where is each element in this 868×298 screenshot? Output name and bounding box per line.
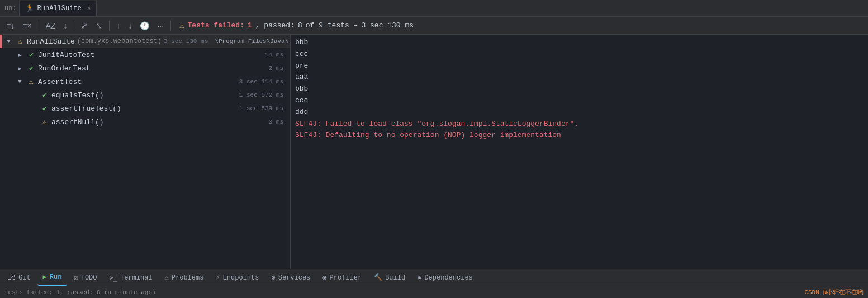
assertnull-label: assertNull() xyxy=(51,118,267,126)
run-all-suite-tab[interactable]: 🏃 RunAllSuite × xyxy=(19,1,97,16)
assertnull-icon-wrapper: ⚠ xyxy=(40,117,49,126)
runorder-label: RunOrderTest xyxy=(38,64,267,73)
tab-services[interactable]: ⚙ Services xyxy=(265,270,316,286)
junit-chevron: ▶ xyxy=(18,51,25,59)
output-error-line-2: SLF4J: Defaulting to no-operation (NOP) … xyxy=(295,130,864,141)
status-bar: tests failed: 1, passed: 8 (a minute ago… xyxy=(0,286,868,298)
output-line-3: pre xyxy=(295,60,864,72)
dependencies-icon: ⊞ xyxy=(418,273,421,282)
todo-label: TODO xyxy=(81,274,97,282)
tree-item-equalstest[interactable]: ▶ ✔ equalsTest() 1 sec 572 ms xyxy=(0,88,290,102)
tab-build[interactable]: 🔨 Build xyxy=(368,270,411,286)
endpoints-icon: ⚡ xyxy=(216,273,220,282)
problems-icon: ⚠ xyxy=(165,273,169,282)
tree-item-asserttruetest[interactable]: ▶ ✔ assertTrueTest() 1 sec 539 ms xyxy=(0,102,290,115)
assertnull-status-icon: ⚠ xyxy=(42,117,47,126)
expand-btn[interactable]: ⤢ xyxy=(78,20,91,32)
collapse-all-btn[interactable]: ≡× xyxy=(20,20,34,32)
output-panel[interactable]: bbb ccc pre aaa bbb ccc ddd SLF4J: Faile… xyxy=(291,35,868,269)
git-icon: ⎇ xyxy=(8,273,16,282)
more-btn[interactable]: ··· xyxy=(154,20,167,32)
tree-root-wrapper: ▼ ⚠ RunAllSuite (com.yxs.webantotest) 3 … xyxy=(0,35,290,48)
assert-time: 3 sec 114 ms xyxy=(239,78,288,85)
down-btn[interactable]: ↓ xyxy=(125,20,135,32)
equals-label: equalsTest() xyxy=(51,91,237,100)
output-line-1: bbb xyxy=(295,37,864,49)
assert-label: AssertTest xyxy=(38,78,237,86)
problems-label: Problems xyxy=(172,274,204,282)
sort-duration-btn[interactable]: ↕ xyxy=(60,20,70,32)
tree-item-assertnull[interactable]: ▶ ⚠ assertNull() 3 ms xyxy=(0,115,290,129)
status-passed-count: 8 xyxy=(298,21,302,30)
run-label-tab: Run xyxy=(50,273,62,281)
asserttrue-label: assertTrueTest() xyxy=(51,105,237,113)
history-btn[interactable]: 🕐 xyxy=(137,20,152,32)
junit-time: 14 ms xyxy=(265,51,288,58)
runorder-chevron: ▶ xyxy=(18,65,25,72)
root-meta: (com.yxs.webantotest) xyxy=(77,37,162,45)
expand-all-btn[interactable]: ≡↓ xyxy=(3,20,17,32)
dependencies-label: Dependencies xyxy=(424,274,472,282)
status-bar-left: tests failed: 1, passed: 8 (a minute ago… xyxy=(4,289,156,296)
toolbar-sep-4 xyxy=(170,21,171,31)
tab-endpoints[interactable]: ⚡ Endpoints xyxy=(210,270,264,286)
root-label: RunAllSuite xyxy=(27,37,75,46)
asserttrue-time: 1 sec 539 ms xyxy=(239,105,288,112)
profiler-icon: ◉ xyxy=(322,273,326,282)
output-error-line-1: SLF4J: Failed to load class "org.slogan.… xyxy=(295,119,864,130)
toolbar-sep-3 xyxy=(109,21,110,31)
asserttrue-icon-wrapper: ✔ xyxy=(40,104,49,113)
services-icon: ⚙ xyxy=(271,273,275,282)
root-chevron: ▼ xyxy=(7,38,13,45)
test-status: ⚠ Tests failed: 1 , passed: 8 of 9 tests… xyxy=(179,21,414,30)
output-line-2: ccc xyxy=(295,49,864,60)
asserttrue-status-icon: ✔ xyxy=(42,104,47,113)
tab-todo[interactable]: ☑ TODO xyxy=(68,270,102,286)
tab-run[interactable]: ▶ Run xyxy=(37,270,68,286)
root-time: 3 sec 130 ms xyxy=(164,38,212,45)
tree-root-item[interactable]: ▼ ⚠ RunAllSuite (com.yxs.webantotest) 3 … xyxy=(2,35,291,48)
tab-problems[interactable]: ⚠ Problems xyxy=(159,270,210,286)
status-passed-label: , passed: xyxy=(255,21,295,30)
tree-item-runordertest[interactable]: ▶ ✔ RunOrderTest 2 ms xyxy=(0,62,290,75)
main-content: ▼ ⚠ RunAllSuite (com.yxs.webantotest) 3 … xyxy=(0,35,868,269)
profiler-label: Profiler xyxy=(330,274,362,282)
status-failed-count: 1 xyxy=(248,21,252,30)
sort-alpha-btn[interactable]: AZ xyxy=(43,20,59,32)
tab-terminal[interactable]: >_ Terminal xyxy=(104,270,158,286)
assert-status-icon: ⚠ xyxy=(29,77,34,86)
tab-git[interactable]: ⎇ Git xyxy=(2,270,36,286)
endpoints-label: Endpoints xyxy=(223,274,259,282)
tab-close-btn[interactable]: × xyxy=(87,5,91,12)
junit-label: JunitAutoTest xyxy=(38,51,263,59)
tab-dependencies[interactable]: ⊞ Dependencies xyxy=(412,270,478,286)
build-label: Build xyxy=(385,274,405,282)
output-line-4: aaa xyxy=(295,72,864,83)
assert-icon-wrapper: ⚠ xyxy=(27,77,36,86)
test-tree-panel: ▼ ⚠ RunAllSuite (com.yxs.webantotest) 3 … xyxy=(0,35,291,269)
assert-chevron: ▼ xyxy=(18,78,25,85)
collapse-btn[interactable]: ⤡ xyxy=(93,20,105,32)
tab-profiler[interactable]: ◉ Profiler xyxy=(317,270,367,286)
up-btn[interactable]: ↑ xyxy=(113,20,123,32)
runorder-time: 2 ms xyxy=(269,65,288,72)
runorder-icon-wrapper: ✔ xyxy=(27,64,36,73)
output-line-5: bbb xyxy=(295,83,864,95)
status-failed-label: Tests failed: xyxy=(188,21,244,30)
equals-status-icon: ✔ xyxy=(42,91,47,100)
tab-label: RunAllSuite xyxy=(37,4,82,12)
terminal-label: Terminal xyxy=(120,274,153,282)
bottom-tab-bar: ⎇ Git ▶ Run ☑ TODO >_ Terminal ⚠ Problem… xyxy=(0,269,868,286)
root-icon-wrapper: ⚠ xyxy=(16,37,25,46)
status-bar-right: CSDN @小轩在不在哟 xyxy=(804,288,864,296)
tree-item-junitautotest[interactable]: ▶ ✔ JunitAutoTest 14 ms xyxy=(0,48,290,62)
run-label: un: xyxy=(4,4,17,12)
run-icon: ▶ xyxy=(43,273,47,281)
junit-status-icon: ✔ xyxy=(29,50,34,59)
todo-icon: ☑ xyxy=(74,273,78,282)
git-label: Git xyxy=(18,274,31,282)
assertnull-time: 3 ms xyxy=(269,119,288,125)
toolbar: ≡↓ ≡× AZ ↕ ⤢ ⤡ ↑ ↓ 🕐 ··· ⚠ Tests failed:… xyxy=(0,17,868,35)
tree-item-asserttest[interactable]: ▼ ⚠ AssertTest 3 sec 114 ms xyxy=(0,75,290,88)
toolbar-sep-1 xyxy=(39,21,39,31)
